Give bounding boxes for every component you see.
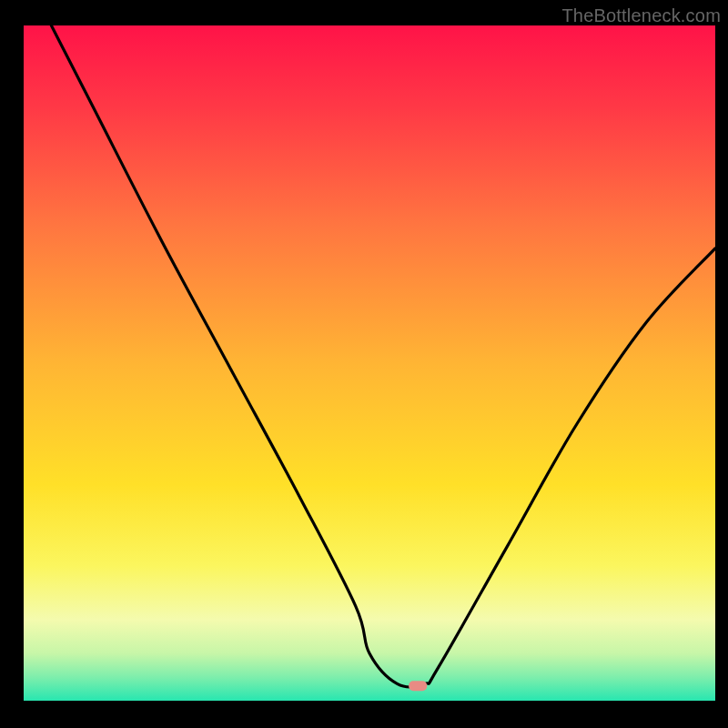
watermark-text: TheBottleneck.com: [561, 5, 721, 26]
minimum-marker: [409, 681, 427, 691]
chart-canvas: [0, 0, 728, 728]
bottleneck-chart: [0, 0, 728, 728]
plot-background: [24, 25, 715, 701]
